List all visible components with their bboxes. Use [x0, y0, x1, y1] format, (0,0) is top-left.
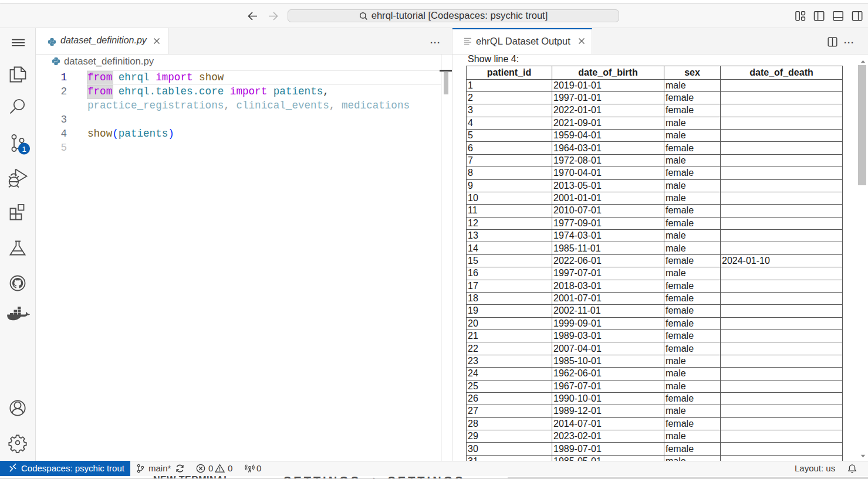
svg-text:1: 1	[22, 145, 26, 154]
